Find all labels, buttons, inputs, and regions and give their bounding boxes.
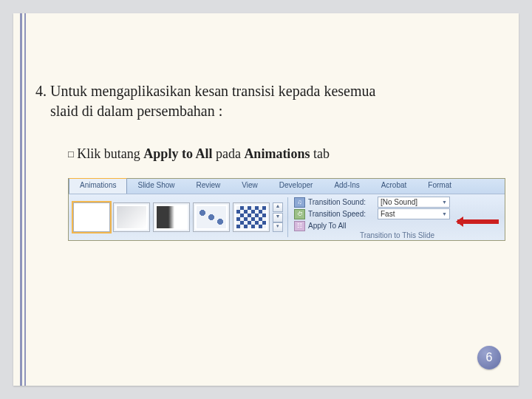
- chevron-down-icon: ▼: [442, 200, 447, 205]
- tab-format[interactable]: Format: [417, 179, 463, 194]
- gallery-more-icon[interactable]: ▾: [273, 222, 283, 232]
- sound-icon: ♫: [294, 197, 305, 208]
- bullet-mid: pada: [212, 146, 244, 161]
- tab-review[interactable]: Review: [186, 179, 232, 194]
- transition-thumb-wipe[interactable]: [153, 202, 190, 232]
- ribbon-tabs: Animations Slide Show Review View Develo…: [69, 179, 505, 194]
- transition-thumb-checker[interactable]: [233, 202, 270, 232]
- sound-dropdown[interactable]: [No Sound] ▼: [378, 197, 450, 208]
- transition-gallery: ▲ ▼ ▾: [69, 194, 286, 240]
- slide-canvas: 4. Untuk mengaplikasikan kesan transisi …: [13, 13, 519, 386]
- gallery-down-icon[interactable]: ▼: [273, 213, 283, 222]
- row-transition-sound: ♫ Transition Sound: [No Sound] ▼: [294, 197, 502, 208]
- ribbon-body: ▲ ▼ ▾ ♫ Transition Sound: [No Sound] ▼: [69, 194, 505, 240]
- bullet-item: □ Klik butang Apply to All pada Animatio…: [68, 146, 501, 162]
- transition-thumb-fade[interactable]: [113, 202, 150, 232]
- instruction-line-2: slaid di dalam persembahan :: [35, 103, 222, 119]
- speed-dropdown[interactable]: Fast ▼: [378, 208, 450, 219]
- bullet-bold-apply: Apply to All: [143, 146, 212, 161]
- speed-value: Fast: [381, 210, 395, 218]
- tab-view[interactable]: View: [231, 179, 269, 194]
- sound-value: [No Sound]: [381, 198, 417, 206]
- transition-thumb-none[interactable]: [73, 202, 110, 232]
- group-caption: Transition to This Slide: [290, 231, 505, 239]
- instruction-text: 4. Untuk mengaplikasikan kesan transisi …: [35, 81, 501, 121]
- tab-animations[interactable]: Animations: [69, 178, 127, 194]
- apply-all-icon: ☷: [294, 221, 305, 231]
- gallery-scroll: ▲ ▼ ▾: [273, 202, 283, 232]
- tab-addins[interactable]: Add-Ins: [324, 179, 370, 194]
- speed-icon: ⏱: [294, 209, 305, 219]
- bullet-bold-animations: Animations: [244, 146, 310, 161]
- tab-developer[interactable]: Developer: [269, 179, 324, 194]
- sound-label: Transition Sound:: [308, 198, 375, 206]
- transition-thumb-dissolve[interactable]: [193, 202, 230, 232]
- red-arrow-annotation: [457, 219, 499, 224]
- row-transition-speed: ⏱ Transition Speed: Fast ▼: [294, 208, 502, 219]
- ribbon-screenshot: Animations Slide Show Review View Develo…: [68, 178, 505, 241]
- group-divider: [287, 197, 288, 237]
- apply-all-label: Apply To All: [308, 222, 375, 230]
- transition-options: ♫ Transition Sound: [No Sound] ▼ ⏱ Trans…: [290, 194, 505, 240]
- speed-label: Transition Speed:: [308, 210, 375, 218]
- tab-slideshow[interactable]: Slide Show: [127, 179, 185, 194]
- bullet-post: tab: [310, 146, 330, 161]
- decorative-side-lines: [20, 13, 26, 386]
- instruction-line-1: 4. Untuk mengaplikasikan kesan transisi …: [35, 83, 375, 99]
- page-number: 6: [486, 351, 493, 364]
- chevron-down-icon: ▼: [442, 211, 447, 216]
- square-bullet-icon: □: [68, 149, 74, 160]
- tab-acrobat[interactable]: Acrobat: [371, 179, 417, 194]
- slide-content: 4. Untuk mengaplikasikan kesan transisi …: [35, 81, 501, 241]
- gallery-up-icon[interactable]: ▲: [273, 202, 283, 212]
- page-number-badge: 6: [477, 346, 501, 369]
- bullet-pre: Klik butang: [77, 146, 143, 161]
